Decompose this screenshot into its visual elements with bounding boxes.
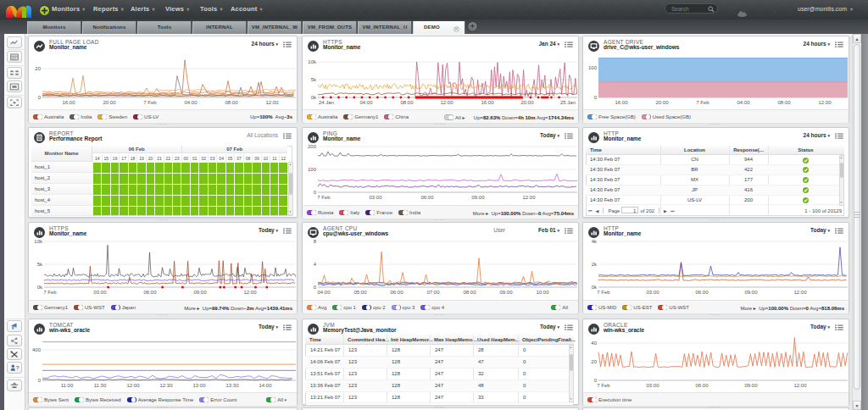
svg-text:12:00: 12:00 [793,383,807,388]
svg-text:12:00: 12:00 [243,290,257,295]
svg-text:08:00: 08:00 [777,100,791,105]
svg-text:12:00: 12:00 [440,100,453,105]
svg-text:7 Feb: 7 Feb [597,290,610,295]
svg-text:03:00: 03:00 [646,290,659,295]
svg-text:04:00: 04:00 [359,100,373,105]
svg-text:08:00: 08:00 [463,290,476,295]
svg-text:20:00: 20:00 [103,100,116,105]
svg-text:40: 40 [591,341,597,346]
svg-text:8: 8 [314,239,317,244]
svg-text:?: ? [16,365,19,370]
svg-text:10:00: 10:00 [536,290,549,295]
svg-text:4k: 4k [592,239,598,244]
svg-text:20: 20 [591,359,597,364]
svg-text:0: 0 [314,190,317,195]
svg-text:12:00: 12:00 [818,100,832,105]
svg-text:03:00: 03:00 [646,383,659,388]
svg-text:07:00: 07:00 [426,290,440,295]
svg-text:05:00: 05:00 [353,290,367,295]
svg-text:04:00: 04:00 [317,290,331,295]
svg-text:0: 0 [38,378,42,383]
svg-text:06:00: 06:00 [390,290,403,295]
svg-text:12:00: 12:00 [522,195,536,200]
svg-text:25 Jan: 25 Jan [560,100,576,105]
svg-text:400: 400 [32,347,42,352]
svg-text:100: 100 [588,65,598,70]
svg-text:09:00: 09:00 [744,383,758,388]
svg-text:04:00: 04:00 [184,100,198,105]
svg-text:0k: 0k [37,285,43,290]
svg-text:4: 4 [314,262,317,267]
svg-text:0k: 0k [311,95,317,100]
svg-text:0: 0 [38,95,42,100]
svg-text:06:00: 06:00 [420,195,434,200]
svg-text:20:00: 20:00 [655,100,669,105]
svg-text:16:00: 16:00 [481,100,494,105]
svg-text:06:00: 06:00 [695,383,709,388]
svg-text:12:00: 12:00 [265,100,279,105]
svg-text:09:00: 09:00 [499,290,513,295]
svg-text:0: 0 [594,95,598,100]
svg-text:0: 0 [314,285,317,290]
svg-text:16:00: 16:00 [62,100,75,105]
svg-text:20:00: 20:00 [520,100,534,105]
svg-text:12:30: 12:30 [159,383,173,388]
svg-text:100: 100 [308,167,317,172]
svg-text:16:00: 16:00 [615,100,628,105]
svg-text:06:00: 06:00 [695,290,709,295]
svg-text:20: 20 [35,66,41,71]
svg-text:14:00: 14:00 [259,383,272,388]
svg-text:08:00: 08:00 [225,100,238,105]
svg-text:13:00: 13:00 [192,383,206,388]
svg-text:12:00: 12:00 [793,290,807,295]
svg-text:10k: 10k [308,59,317,64]
svg-text:10k: 10k [34,239,43,244]
svg-text:03:00: 03:00 [93,290,107,295]
svg-text:24 Jan: 24 Jan [319,100,334,105]
svg-text:11:00: 11:00 [61,383,74,388]
svg-text:08:00: 08:00 [400,100,414,105]
svg-text:09:00: 09:00 [471,195,485,200]
svg-text:2k: 2k [592,262,598,267]
svg-text:04:00: 04:00 [737,100,750,105]
svg-text:09:00: 09:00 [744,290,758,295]
svg-text:7 Feb: 7 Feb [143,100,157,105]
svg-text:06:00: 06:00 [143,290,157,295]
svg-text:11:30: 11:30 [94,383,107,388]
svg-text:7 Feb: 7 Feb [317,195,331,200]
svg-text:7 Feb: 7 Feb [597,383,610,388]
svg-text:200: 200 [308,144,317,149]
svg-text:7 Feb: 7 Feb [43,290,57,295]
svg-text:7 Feb: 7 Feb [696,100,709,105]
svg-text:12:00: 12:00 [126,383,140,388]
svg-text:5k: 5k [37,262,43,267]
svg-text:5k: 5k [311,77,317,82]
svg-text:03:00: 03:00 [369,195,382,200]
svg-text:13:30: 13:30 [225,383,239,388]
svg-text:09:00: 09:00 [193,290,207,295]
